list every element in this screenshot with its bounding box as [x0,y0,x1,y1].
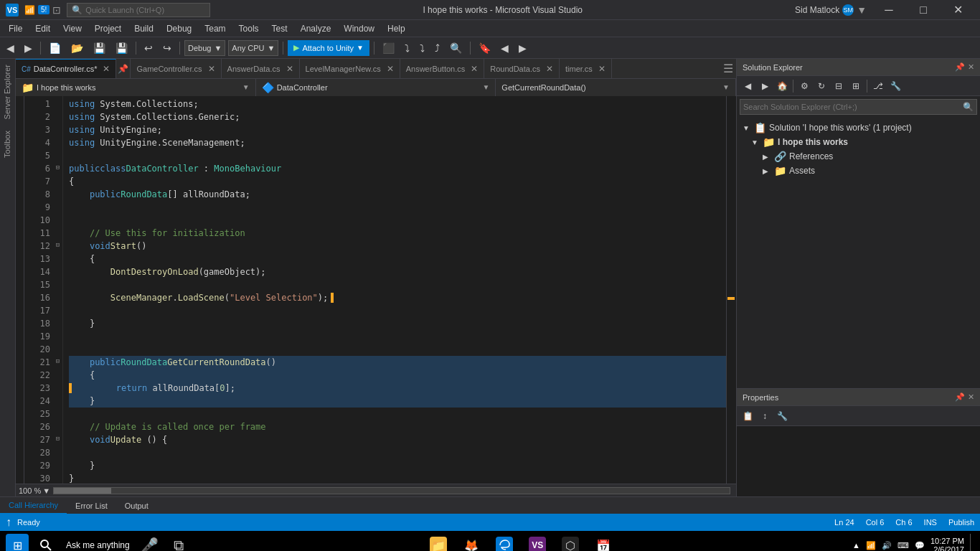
props-sort-button[interactable]: ↕ [757,408,773,424]
tab-call-hierarchy[interactable]: Call Hierarchy [0,497,67,514]
tab-rounddata[interactable]: RoundData.cs ✕ [484,59,560,79]
tab-output[interactable]: Output [116,497,157,514]
menu-file[interactable]: File [3,22,28,35]
search-button[interactable] [34,534,57,551]
tab-close-icon[interactable]: ✕ [286,64,293,74]
step-out-button[interactable]: ⤴ [431,40,443,56]
tree-solution[interactable]: ▼ 📋 Solution 'I hope this works' (1 proj… [737,121,980,135]
tab-close-icon[interactable]: ✕ [471,64,478,74]
tree-assets[interactable]: ▶ 📁 Assets [737,164,980,178]
attach-to-unity-button[interactable]: ▶ Attach to Unity ▼ [288,40,369,56]
menu-build[interactable]: Build [128,22,159,35]
close-button[interactable]: ✕ [941,0,974,20]
props-categories-button[interactable]: 📋 [740,408,755,424]
fold-icon-6[interactable]: ⊟ [53,161,62,174]
se-collapse-button[interactable]: ⊟ [831,78,847,94]
start-button[interactable]: ⊞ [6,534,29,551]
expand-arrow[interactable]: ▼ [743,124,751,132]
undo-button[interactable]: ↩ [141,40,156,56]
se-forward-button[interactable]: ▶ [757,78,773,94]
tab-error-list[interactable]: Error List [67,497,116,514]
new-file-button[interactable]: 📄 [45,40,65,56]
tab-gamecontroller[interactable]: GameController.cs ✕ [131,59,221,79]
tab-close-icon[interactable]: ✕ [387,64,394,74]
zoom-dropdown-icon[interactable]: ▼ [42,486,50,495]
back-button[interactable]: ◀ [3,40,18,56]
vs-app[interactable]: VS [523,534,552,551]
editor-scrollbar[interactable] [726,96,736,484]
publish-button[interactable]: Publish [948,518,974,527]
se-home-button[interactable]: 🏠 [774,78,790,94]
fold-icon-21[interactable]: ⊟ [53,354,62,367]
props-events-button[interactable]: 🔧 [774,408,790,424]
unity-app[interactable]: ⬡ [556,534,585,551]
show-desktop-button[interactable] [970,534,974,551]
tree-project[interactable]: ▼ 📁 I hope this works [737,135,980,149]
se-pin-button[interactable]: 📌 [955,62,965,72]
clock[interactable]: 10:27 PM 2/6/2017 [930,537,964,551]
menu-team[interactable]: Team [199,22,231,35]
tab-datacontroller[interactable]: C# DataController.cs* ✕ [16,59,116,79]
se-filter-button[interactable]: ⊞ [848,78,864,94]
tab-close-icon[interactable]: ✕ [103,64,110,74]
menu-test[interactable]: Test [266,22,293,35]
tab-answerdata[interactable]: AnswerData.cs ✕ [222,59,300,79]
tree-references[interactable]: ▶ 🔗 References [737,149,980,164]
project-nav-dropdown[interactable]: 📁 I hope this works ▼ [16,79,256,96]
tab-levelmanager[interactable]: LevelManagerNew.cs ✕ [300,59,400,79]
se-search-box[interactable]: 🔍 [740,99,977,115]
next-bookmark-button[interactable]: ▶ [515,40,530,56]
firefox-app[interactable]: 🦊 [457,534,486,551]
se-refresh-button[interactable]: ↻ [814,78,829,94]
cpu-dropdown[interactable]: Any CPU ▼ [228,40,278,56]
se-properties-button[interactable]: 🔧 [887,78,903,94]
horizontal-scrollbar[interactable] [53,487,730,494]
se-close-button[interactable]: ✕ [968,62,974,72]
tab-close-icon[interactable]: ✕ [208,64,215,74]
menu-debug[interactable]: Debug [161,22,197,35]
se-search-input[interactable] [740,103,960,111]
quick-launch-input[interactable] [85,6,193,14]
tabs-overflow-button[interactable]: ☰ [723,62,733,75]
quick-launch-search[interactable]: 🔍 [67,3,210,17]
tab-timer[interactable]: timer.cs ✕ [560,59,612,79]
fold-icon-27[interactable]: ⊟ [53,432,62,445]
calendar-app[interactable]: 📅 [589,534,618,551]
tab-pin[interactable]: 📌 [116,59,131,79]
save-all-button[interactable]: 💾 [112,40,131,56]
bookmark-button[interactable]: 🔖 [475,40,494,56]
fold-icon-12[interactable]: ⊟ [53,238,62,251]
tab-close-icon[interactable]: ✕ [546,64,553,74]
tab-close-icon[interactable]: ✕ [598,64,606,74]
props-pin-button[interactable]: 📌 [955,392,965,402]
method-nav-dropdown[interactable]: GetCurrentRoundData() ▼ [496,79,736,96]
debug-config-dropdown[interactable]: Debug ▼ [184,40,225,56]
step-into-button[interactable]: ⤵ [416,40,428,56]
open-file-button[interactable]: 📂 [67,40,87,56]
redo-button[interactable]: ↪ [159,40,175,56]
server-explorer-tab[interactable]: Server Explorer [0,59,15,125]
toolbox-tab[interactable]: Toolbox [0,125,15,164]
class-nav-dropdown[interactable]: 🔷 DataController ▼ [256,79,496,96]
menu-window[interactable]: Window [338,22,380,35]
forward-button[interactable]: ▶ [21,40,36,56]
task-view-button[interactable]: ⧉ [167,534,190,551]
window-controls[interactable]: ─ □ ✕ [872,0,974,20]
menu-view[interactable]: View [57,22,88,35]
code-editor[interactable]: 12345 678910 1112131415 1617181920 21222… [16,96,736,484]
prev-bookmark-button[interactable]: ◀ [497,40,512,56]
se-back-button[interactable]: ◀ [740,78,755,94]
notification-tray-icon[interactable]: 💬 [915,541,925,550]
maximize-button[interactable]: □ [907,0,940,20]
step-over-button[interactable]: ⤵ [401,40,413,56]
save-button[interactable]: 💾 [90,40,109,56]
props-close-button[interactable]: ✕ [968,392,974,402]
file-explorer-app[interactable]: 📁 [424,534,453,551]
se-git-button[interactable]: ⎇ [870,78,886,94]
menu-tools[interactable]: Tools [233,22,265,35]
expand-arrow[interactable]: ▼ [751,138,760,146]
breakpoint-button[interactable]: ⬛ [379,40,398,56]
expand-arrow[interactable]: ▶ [763,153,771,161]
edge-app[interactable] [490,534,519,551]
code-content[interactable]: using System.Collections; using System.C… [63,96,726,484]
